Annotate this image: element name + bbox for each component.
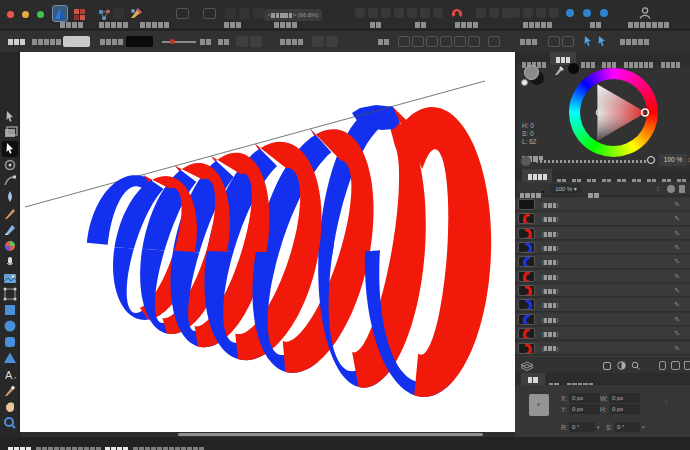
svg-text:A: A — [5, 369, 13, 381]
